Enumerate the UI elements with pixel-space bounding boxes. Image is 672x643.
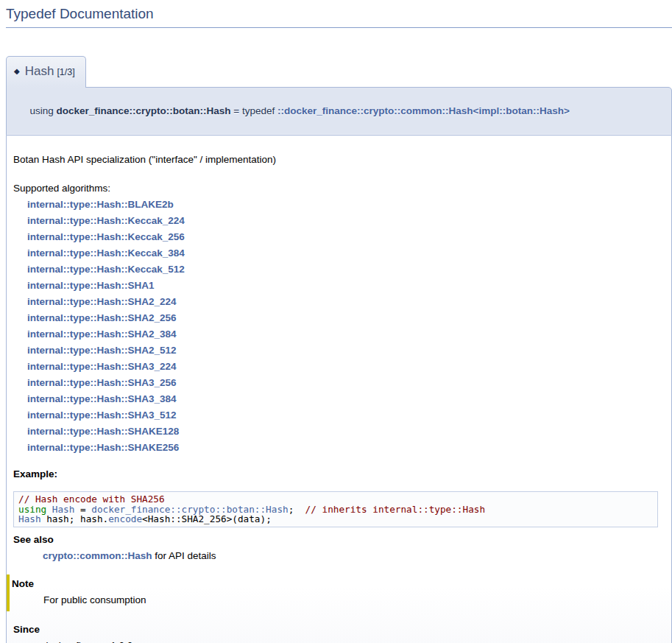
proto-typedef-name: docker_finance::crypto::botan::Hash [57, 105, 231, 116]
code-line: // Hash encode with SHA256 [18, 494, 653, 505]
list-item: internal::type::Hash::SHA2_384 [27, 326, 664, 342]
proto-using-keyword: using [30, 105, 57, 116]
list-item: internal::type::Hash::Keccak_512 [27, 261, 664, 278]
see-also-label: See also [13, 532, 664, 548]
note-section: Note For public consumption [7, 575, 664, 611]
proto-target-type-link[interactable]: ::docker_finance::crypto::common::Hash<i… [277, 105, 570, 116]
see-also-link[interactable]: crypto::common::Hash [43, 550, 152, 561]
list-item: internal::type::Hash::SHA1 [27, 278, 664, 294]
algorithm-link[interactable]: internal::type::Hash::SHAKE256 [27, 442, 179, 453]
list-item: internal::type::Hash::SHAKE256 [27, 440, 664, 456]
code-line: using Hash = docker_finance::crypto::bot… [18, 505, 653, 515]
member-title-tab: ◆Hash[1/3] [6, 56, 86, 88]
algorithm-link[interactable]: internal::type::Hash::BLAKE2b [27, 199, 174, 210]
list-item: internal::type::Hash::SHA2_512 [27, 342, 664, 359]
supported-algorithms: Supported algorithms: internal::type::Ha… [13, 180, 664, 456]
algorithm-link[interactable]: internal::type::Hash::Keccak_256 [27, 231, 185, 242]
algorithm-link[interactable]: internal::type::Hash::SHA2_512 [27, 345, 177, 356]
algorithm-link[interactable]: internal::type::Hash::SHA1 [27, 280, 155, 291]
see-also-section: See also crypto::common::Hash for API de… [13, 532, 664, 564]
code-link[interactable]: encode [108, 513, 142, 524]
list-item: internal::type::Hash::SHA3_256 [27, 375, 664, 391]
list-item: internal::type::Hash::SHA3_512 [27, 407, 664, 424]
since-section: Since docker-finance 1.0.0 [13, 622, 664, 643]
list-item: internal::type::Hash::SHA2_256 [27, 310, 664, 326]
algorithms-list: internal::type::Hash::BLAKE2b internal::… [13, 197, 664, 456]
algorithms-label: Supported algorithms: [13, 180, 664, 197]
member-overload-index: [1/3] [57, 67, 74, 77]
algorithm-link[interactable]: internal::type::Hash::Keccak_384 [27, 247, 185, 259]
list-item: internal::type::Hash::SHA3_224 [27, 359, 664, 375]
member-description: Botan Hash API specialization ("interfac… [13, 153, 664, 166]
algorithm-link[interactable]: internal::type::Hash::SHA3_512 [27, 410, 177, 421]
proto-equals-typedef: = typedef [231, 105, 277, 116]
member-item: using docker_finance::crypto::botan::Has… [6, 28, 672, 643]
algorithm-link[interactable]: internal::type::Hash::SHA2_224 [27, 296, 177, 307]
algorithm-link[interactable]: internal::type::Hash::SHA3_384 [27, 393, 177, 404]
list-item: internal::type::Hash::SHAKE128 [27, 424, 664, 440]
since-content: docker-finance 1.0.0 [43, 638, 664, 643]
list-item: internal::type::Hash::BLAKE2b [27, 197, 664, 213]
algorithm-link[interactable]: internal::type::Hash::Keccak_512 [27, 264, 185, 275]
list-item: internal::type::Hash::Keccak_224 [27, 213, 664, 229]
list-item: internal::type::Hash::Keccak_384 [27, 245, 664, 261]
diamond-permalink-icon[interactable]: ◆ [14, 67, 20, 75]
algorithm-link[interactable]: internal::type::Hash::Keccak_224 [27, 215, 185, 226]
member-title: Hash [25, 64, 54, 78]
algorithm-link[interactable]: internal::type::Hash::SHA2_256 [27, 312, 177, 323]
list-item: internal::type::Hash::Keccak_256 [27, 229, 664, 245]
page-title: Typedef Documentation [6, 4, 672, 28]
algorithm-link[interactable]: internal::type::Hash::SHA2_384 [27, 328, 177, 340]
see-also-content: crypto::common::Hash for API details [43, 548, 664, 564]
since-label: Since [13, 622, 664, 638]
code-line: Hash hash; hash.encode<Hash::SHA2_256>(d… [18, 514, 653, 524]
note-label: Note [12, 576, 664, 592]
code-link[interactable]: Hash [18, 513, 41, 524]
algorithm-link[interactable]: internal::type::Hash::SHA3_256 [27, 377, 177, 388]
typedef-documentation-section: Typedef Documentation ◆Hash[1/3] using d… [6, 4, 672, 643]
algorithm-link[interactable]: internal::type::Hash::SHA3_224 [27, 361, 177, 372]
algorithm-link[interactable]: internal::type::Hash::SHAKE128 [27, 426, 179, 437]
note-content: For public consumption [43, 592, 664, 608]
member-prototype: using docker_finance::crypto::botan::Has… [6, 87, 672, 136]
example-label: Example: [13, 466, 664, 482]
list-item: internal::type::Hash::SHA3_384 [27, 391, 664, 407]
list-item: internal::type::Hash::SHA2_224 [27, 294, 664, 310]
code-block: // Hash encode with SHA256 using Hash = … [13, 491, 658, 527]
member-documentation: Botan Hash API specialization ("interfac… [6, 136, 672, 643]
code-comment: // inherits internal::type::Hash [305, 504, 485, 515]
